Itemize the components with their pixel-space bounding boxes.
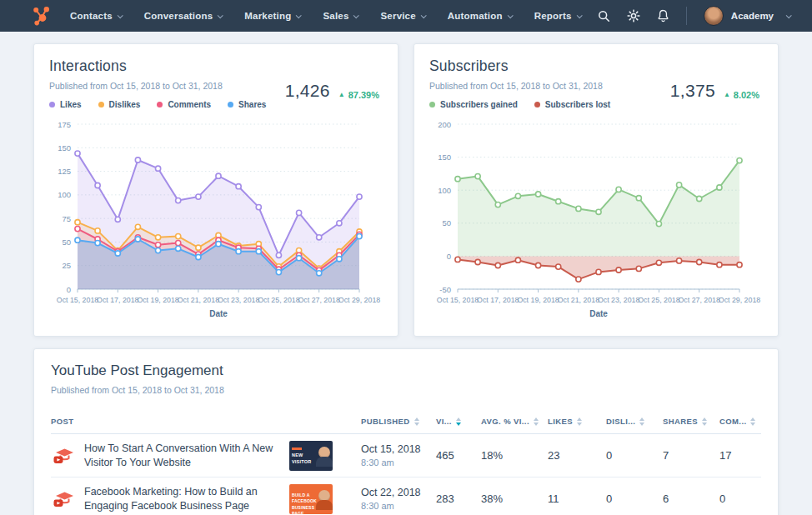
nav-item-label: Marketing	[244, 11, 291, 21]
column-label: VI...	[436, 417, 452, 426]
svg-text:Oct 17, 2018: Oct 17, 2018	[97, 296, 138, 304]
chevron-down-icon	[117, 12, 123, 18]
nav-item-reports[interactable]: Reports	[534, 11, 581, 21]
notifications-bell-icon[interactable]	[657, 9, 669, 22]
legend-item-dislikes[interactable]: Dislikes	[98, 100, 141, 109]
nav-item-label: Conversations	[144, 11, 213, 21]
dislikes-dot-icon	[98, 102, 104, 108]
interactions-delta: ▲87.39%	[338, 90, 379, 100]
legend-label: Shares	[238, 100, 266, 109]
subscribers-line-chart: 200150100500-50Oct 15, 2018Oct 17, 2018O…	[429, 112, 764, 321]
likes-cell: 23	[548, 449, 606, 462]
column-header-dislikes[interactable]: DISLI...	[606, 417, 663, 426]
settings-gear-icon[interactable]	[627, 9, 640, 22]
chevron-down-icon	[576, 12, 582, 18]
account-menu[interactable]: Academy	[704, 6, 790, 26]
interactions-total-block: 1,426 ▲87.39%	[285, 81, 379, 101]
legend-item-subscribers-lost[interactable]: Subscribers lost	[534, 100, 610, 109]
column-header-views[interactable]: VI...	[436, 417, 481, 426]
svg-text:Oct 15, 2018: Oct 15, 2018	[57, 296, 98, 304]
column-header-comments[interactable]: COM...	[719, 417, 761, 426]
post-title-link[interactable]: Facebook Marketing: How to Build an Enga…	[84, 485, 279, 513]
svg-text:200: 200	[438, 120, 451, 129]
table-title: YouTube Post Engagement	[51, 362, 761, 379]
table-subtitle: Published from Oct 15, 2018 to Oct 31, 2…	[51, 385, 761, 395]
svg-text:Oct 21, 2018: Oct 21, 2018	[558, 296, 599, 304]
subscribers-delta-value: 8.02%	[734, 90, 759, 100]
column-label: POST	[51, 417, 73, 426]
comments-dot-icon	[157, 102, 163, 108]
sort-icon[interactable]	[750, 418, 755, 426]
legend-item-shares[interactable]: Shares	[228, 100, 266, 109]
legend-label: Dislikes	[109, 100, 141, 109]
nav-item-contacts[interactable]: Contacts	[70, 11, 122, 21]
comments-cell: 0	[719, 492, 761, 505]
interactions-line-chart: 1751501251007550250Oct 15, 2018Oct 17, 2…	[49, 112, 384, 321]
published-cell: Oct 15, 2018 8:30 am	[361, 443, 436, 468]
avg-pct-viewed-cell: 18%	[481, 449, 548, 462]
nav-item-marketing[interactable]: Marketing	[244, 11, 300, 21]
nav-menu: Contacts Conversations Marketing Sales S…	[70, 11, 581, 21]
subscribers-title: Subscribers	[429, 58, 763, 75]
column-header-post[interactable]: POST	[51, 417, 361, 426]
svg-text:Oct 29, 2018: Oct 29, 2018	[338, 296, 380, 304]
svg-text:Oct 21, 2018: Oct 21, 2018	[178, 296, 219, 304]
svg-text:0: 0	[447, 252, 451, 261]
column-header-shares[interactable]: SHARES	[663, 417, 719, 426]
top-nav: Contacts Conversations Marketing Sales S…	[0, 0, 812, 32]
post-title-link[interactable]: How To Start A Conversation With A New V…	[84, 442, 279, 470]
nav-item-sales[interactable]: Sales	[323, 11, 358, 21]
hubspot-logo-icon[interactable]	[32, 6, 52, 26]
sort-icon[interactable]	[456, 418, 461, 426]
column-label: LIKES	[548, 417, 573, 426]
svg-text:Oct 23, 2018: Oct 23, 2018	[218, 296, 259, 304]
chevron-down-icon	[353, 12, 359, 18]
column-header-published[interactable]: PUBLISHED	[361, 417, 436, 426]
chevron-down-icon	[218, 12, 223, 18]
search-icon[interactable]	[598, 10, 610, 22]
subscribers-card: Subscribers Published from Oct 15, 2018 …	[414, 43, 779, 337]
sort-icon[interactable]	[702, 418, 707, 426]
nav-divider	[686, 7, 687, 25]
nav-item-automation[interactable]: Automation	[448, 11, 512, 21]
account-label: Academy	[731, 11, 774, 21]
legend-item-subscribers-gained[interactable]: Subscribers gained	[429, 100, 518, 109]
svg-text:-50: -50	[439, 285, 451, 294]
sort-icon[interactable]	[639, 418, 644, 426]
sort-icon[interactable]	[414, 418, 419, 426]
interactions-total: 1,426	[285, 81, 330, 101]
interactions-card: Interactions Published from Oct 15, 2018…	[33, 43, 398, 337]
youtube-post-engagement-card: YouTube Post Engagement Published from O…	[33, 348, 779, 515]
chevron-down-icon	[786, 12, 792, 18]
dislikes-cell: 0	[606, 492, 663, 505]
sort-icon[interactable]	[534, 418, 539, 426]
column-header-avg-pct-viewed[interactable]: AVG. % VI...	[481, 417, 548, 426]
subscribers-total-block: 1,375 ▲8.02%	[670, 81, 759, 101]
video-thumbnail[interactable]: NEW VISITOR	[289, 441, 333, 471]
svg-text:Oct 25, 2018: Oct 25, 2018	[638, 296, 679, 304]
video-thumbnail[interactable]: BUILD A FACEBOOK BUSINESS PAGE	[289, 484, 333, 514]
legend-item-comments[interactable]: Comments	[157, 100, 211, 109]
legend-label: Subscribers gained	[440, 100, 518, 109]
svg-text:Oct 27, 2018: Oct 27, 2018	[298, 296, 340, 304]
presenter-face	[318, 490, 330, 502]
nav-item-conversations[interactable]: Conversations	[144, 11, 222, 21]
legend-item-likes[interactable]: Likes	[49, 100, 82, 109]
svg-text:100: 100	[438, 186, 451, 195]
published-time: 8:30 am	[361, 501, 436, 511]
user-avatar	[704, 6, 724, 26]
subscribers-legend: Subscribers gained Subscribers lost	[429, 100, 763, 109]
views-cell: 283	[436, 492, 481, 505]
legend-label: Comments	[168, 100, 211, 109]
published-cell: Oct 22, 2018 8:30 am	[361, 487, 436, 511]
table-header-row: POST PUBLISHED VI... AVG. % VI... LIKES …	[51, 417, 761, 434]
nav-item-service[interactable]: Service	[380, 11, 424, 21]
shares-cell: 7	[663, 449, 719, 462]
table-row: Facebook Marketing: How to Build an Enga…	[51, 478, 761, 515]
avg-pct-viewed-cell: 38%	[481, 492, 548, 505]
sort-icon[interactable]	[577, 418, 582, 426]
svg-text:100: 100	[58, 190, 71, 199]
svg-text:0: 0	[67, 285, 71, 294]
column-header-likes[interactable]: LIKES	[548, 417, 606, 426]
nav-item-label: Service	[380, 11, 415, 21]
